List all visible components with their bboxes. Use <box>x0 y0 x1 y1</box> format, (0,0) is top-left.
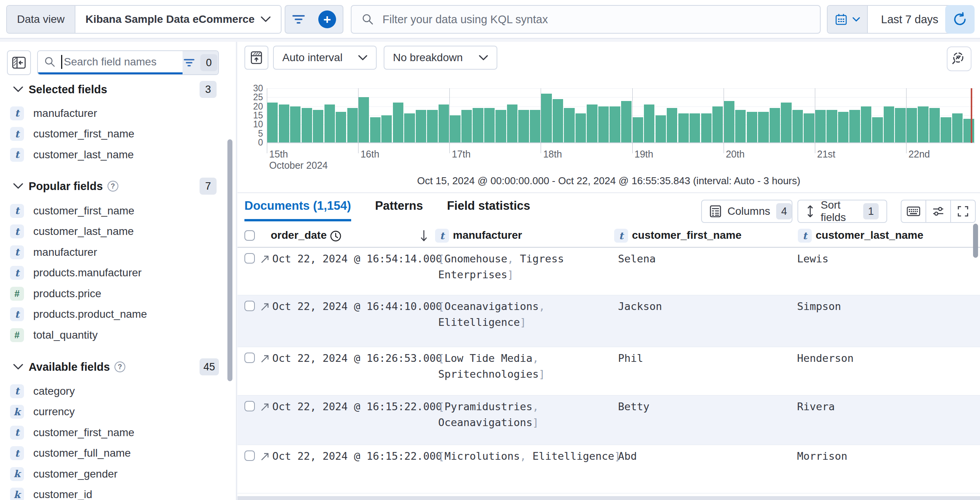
interval-select[interactable]: Auto interval <box>273 46 377 70</box>
hide-chart-button[interactable] <box>244 46 268 70</box>
field-item[interactable]: tproducts.product_name <box>0 304 228 325</box>
table-row[interactable]: Oct 22, 2024 @ 16:15:22.000[Microlutions… <box>237 445 980 493</box>
histogram-bar[interactable] <box>473 108 483 142</box>
field-item[interactable]: tcustomer_first_name <box>0 124 228 145</box>
histogram-bar[interactable] <box>427 110 437 142</box>
row-checkbox[interactable] <box>244 450 255 461</box>
histogram-bar[interactable] <box>712 106 723 142</box>
field-item[interactable]: tcategory <box>0 381 228 402</box>
expand-document-icon[interactable] <box>260 353 270 364</box>
field-item[interactable]: kcustomer_id <box>0 485 228 500</box>
field-item[interactable]: tproducts.manufacturer <box>0 263 228 284</box>
histogram-bar[interactable] <box>770 108 780 142</box>
expand-document-icon[interactable] <box>260 451 270 462</box>
table-row[interactable]: Oct 22, 2024 @ 16:26:53.000[Low Tide Med… <box>237 347 980 396</box>
tab-patterns[interactable]: Patterns <box>375 199 423 221</box>
columns-button[interactable]: Columns 4 <box>701 200 792 223</box>
histogram-bar[interactable] <box>701 113 712 142</box>
histogram-bar[interactable] <box>667 108 677 142</box>
histogram-bar[interactable] <box>450 115 460 142</box>
section-header-available-fields[interactable]: Available fields?45 <box>0 358 237 376</box>
data-view-value[interactable]: Kibana Sample Data eCommerce <box>75 6 281 33</box>
histogram-bar[interactable] <box>336 112 346 142</box>
histogram-bar[interactable] <box>393 103 403 142</box>
row-checkbox[interactable] <box>244 401 255 411</box>
column-header-customer-last-name[interactable]: customer_last_name <box>816 229 924 241</box>
sort-descending-icon[interactable] <box>420 229 428 242</box>
histogram-bar[interactable] <box>918 106 928 142</box>
horizontal-scrollbar[interactable] <box>237 496 980 500</box>
tab-documents[interactable]: Documents (1,154) <box>244 199 351 221</box>
table-row[interactable]: Oct 22, 2024 @ 16:15:22.000[Pyramidustri… <box>237 396 980 445</box>
column-header-manufacturer[interactable]: manufacturer <box>453 229 522 241</box>
time-range-value[interactable]: Last 7 days <box>868 6 951 33</box>
histogram-bar[interactable] <box>838 112 849 142</box>
filter-icon[interactable] <box>292 14 305 25</box>
histogram-bar[interactable] <box>564 108 574 142</box>
add-filter-button[interactable]: + <box>318 10 336 28</box>
histogram-bar[interactable] <box>507 104 517 142</box>
field-item[interactable]: tcustomer_last_name <box>0 221 228 242</box>
histogram-bar[interactable] <box>758 112 768 142</box>
expand-document-icon[interactable] <box>260 254 270 264</box>
field-item[interactable]: tmanufacturer <box>0 242 228 263</box>
histogram-bar[interactable] <box>290 106 300 142</box>
field-item[interactable]: tcustomer_last_name <box>0 144 228 165</box>
row-checkbox[interactable] <box>244 353 255 363</box>
column-header-order-date[interactable]: order_date <box>271 229 327 241</box>
field-item[interactable]: #products.price <box>0 283 228 304</box>
histogram-bar[interactable] <box>530 110 540 142</box>
histogram-bar[interactable] <box>267 103 278 142</box>
field-item[interactable]: tcustomer_first_name <box>0 200 228 221</box>
table-row[interactable]: Oct 22, 2024 @ 16:44:10.000[Oceanavigati… <box>237 295 980 347</box>
kql-search-bar[interactable]: Filter your data using KQL syntax <box>351 5 821 34</box>
histogram-bar[interactable] <box>575 113 586 142</box>
histogram-bar[interactable] <box>895 108 905 142</box>
histogram-bar[interactable] <box>324 104 335 142</box>
breakdown-select[interactable]: No breakdown <box>384 46 497 70</box>
histogram-bar[interactable] <box>370 117 381 142</box>
histogram-bar[interactable] <box>735 110 746 142</box>
histogram-bar[interactable] <box>518 110 529 142</box>
keyboard-shortcuts-button[interactable] <box>901 200 925 222</box>
histogram-bar[interactable] <box>861 106 871 142</box>
histogram-bar[interactable] <box>439 104 449 142</box>
field-item[interactable]: tcustomer_full_name <box>0 443 228 464</box>
histogram-bar[interactable] <box>815 110 826 142</box>
sort-fields-button[interactable]: Sort fields 1 <box>797 200 887 223</box>
histogram-bar[interactable] <box>678 113 689 142</box>
histogram-bar[interactable] <box>907 108 917 142</box>
histogram-bar[interactable] <box>347 108 358 142</box>
histogram-bar[interactable] <box>941 117 951 142</box>
histogram-bar[interactable] <box>872 117 883 142</box>
histogram-bar[interactable] <box>884 106 894 142</box>
histogram-bar[interactable] <box>804 113 814 142</box>
fullscreen-button[interactable] <box>950 200 975 222</box>
histogram-bar[interactable] <box>313 110 323 142</box>
expand-document-icon[interactable] <box>260 402 270 412</box>
histogram-bar[interactable] <box>781 103 791 142</box>
histogram-bar[interactable] <box>610 106 620 142</box>
histogram-bar[interactable] <box>404 113 415 142</box>
row-checkbox[interactable] <box>244 301 255 311</box>
histogram-bar[interactable] <box>963 119 974 142</box>
histogram-bar[interactable] <box>792 110 803 142</box>
histogram-bar[interactable] <box>621 101 632 142</box>
field-item[interactable]: kcustomer_gender <box>0 464 228 485</box>
histogram-bar[interactable] <box>553 99 563 142</box>
histogram-bar[interactable] <box>359 97 369 142</box>
table-row[interactable]: Oct 22, 2024 @ 16:54:14.000[Gnomehouse, … <box>237 248 980 295</box>
collapse-sidebar-button[interactable] <box>7 50 31 75</box>
field-item[interactable]: tmanufacturer <box>0 103 228 124</box>
histogram-bar[interactable] <box>724 101 734 142</box>
expand-document-icon[interactable] <box>260 301 270 312</box>
calendar-menu-button[interactable] <box>828 6 867 33</box>
histogram-bar[interactable] <box>302 108 312 142</box>
display-options-button[interactable] <box>925 200 950 222</box>
table-scrollbar[interactable] <box>973 224 978 258</box>
data-view-picker[interactable]: Data view Kibana Sample Data eCommerce <box>6 5 282 34</box>
histogram-bar[interactable] <box>598 106 609 142</box>
row-checkbox[interactable] <box>244 253 255 264</box>
histogram-bar[interactable] <box>633 117 643 142</box>
histogram-bar[interactable] <box>279 104 289 142</box>
